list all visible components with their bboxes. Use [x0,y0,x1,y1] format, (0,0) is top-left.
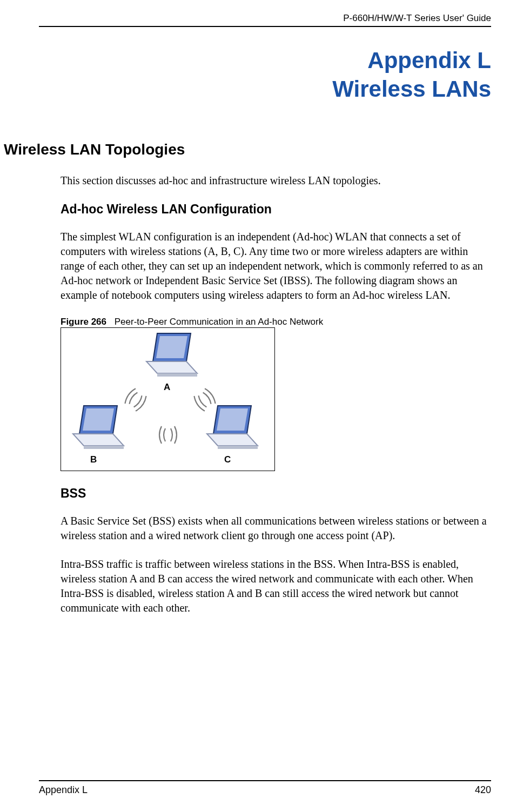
svg-marker-5 [83,408,114,431]
header-rule [39,26,491,27]
guide-title: P-660H/HW/W-T Series User' Guide [39,13,491,26]
footer-page-number: 420 [475,784,491,796]
header-area: P-660H/HW/W-T Series User' Guide [39,11,491,27]
page: P-660H/HW/W-T Series User' Guide Appendi… [0,0,530,812]
appendix-title-line1: Appendix L [367,48,491,73]
svg-marker-6 [73,434,124,446]
figure-diagram: A B C [61,327,275,471]
footer-rule [39,780,491,781]
footer: Appendix L 420 [39,780,491,796]
wave-bc-icon [152,424,184,448]
figure-caption: Figure 266 Peer-to-Peer Communication in… [61,317,491,327]
laptop-a-icon: A [141,331,200,383]
svg-marker-3 [157,373,197,377]
adhoc-body: The simplest WLAN configuration is an in… [61,230,491,303]
appendix-title-line2: Wireless LANs [332,76,491,102]
laptop-b-icon: B [68,404,127,455]
appendix-title: Appendix L Wireless LANs [39,46,491,103]
intro-paragraph: This section discusses ad-hoc and infras… [61,173,491,188]
laptop-c-label: C [224,454,231,465]
footer-left: Appendix L [39,784,88,796]
bss-paragraph-1: A Basic Service Set (BSS) exists when al… [61,514,491,543]
figure-label: Figure 266 [61,317,106,327]
svg-marker-2 [146,361,197,373]
section-heading: Wireless LAN Topologies [4,141,491,158]
adhoc-heading: Ad-hoc Wireless LAN Configuration [61,202,491,217]
wave-ac-icon [189,386,221,415]
laptop-b-label: B [90,454,97,465]
laptop-a-label: A [164,382,170,393]
bss-paragraph-2: Intra-BSS traffic is traffic between wir… [61,557,491,615]
svg-marker-11 [218,446,258,449]
wave-ab-icon [119,386,152,415]
svg-marker-10 [207,434,258,446]
svg-marker-9 [217,408,248,431]
figure-caption-text: Peer-to-Peer Communication in an Ad-hoc … [115,317,323,327]
svg-marker-1 [156,336,187,358]
svg-marker-7 [84,446,124,449]
bss-heading: BSS [61,486,491,501]
